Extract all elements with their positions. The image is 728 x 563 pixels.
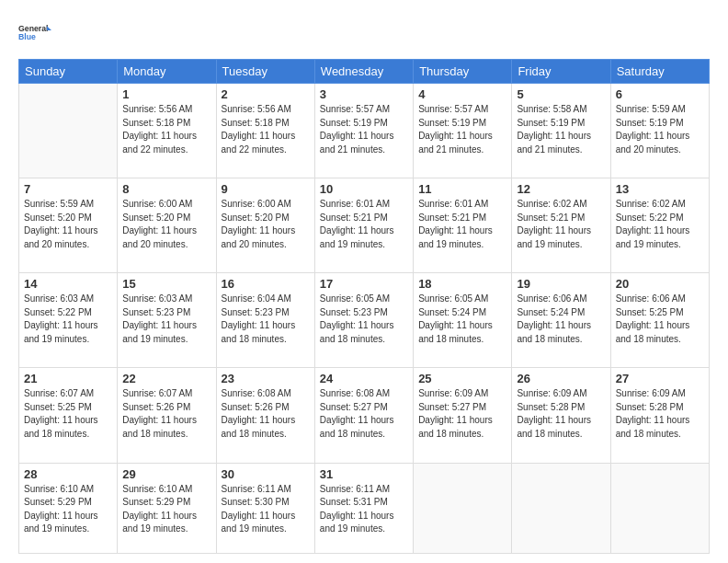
day-number: 13 xyxy=(616,182,704,196)
day-number: 28 xyxy=(24,467,112,481)
day-number: 11 xyxy=(418,182,506,196)
day-info: Sunrise: 6:02 AMSunset: 5:22 PMDaylight:… xyxy=(616,198,704,251)
day-number: 21 xyxy=(24,372,112,385)
day-info: Sunrise: 6:06 AMSunset: 5:24 PMDaylight:… xyxy=(517,293,605,346)
day-info: Sunrise: 6:03 AMSunset: 5:23 PMDaylight:… xyxy=(122,293,210,346)
calendar-cell: 23Sunrise: 6:08 AMSunset: 5:26 PMDayligh… xyxy=(216,368,314,463)
day-number: 18 xyxy=(418,277,506,291)
day-number: 23 xyxy=(222,372,310,385)
day-info: Sunrise: 6:01 AMSunset: 5:21 PMDaylight:… xyxy=(418,198,506,251)
day-info: Sunrise: 6:03 AMSunset: 5:22 PMDaylight:… xyxy=(24,293,112,346)
day-info: Sunrise: 6:08 AMSunset: 5:26 PMDaylight:… xyxy=(222,387,310,441)
calendar-cell: 11Sunrise: 6:01 AMSunset: 5:21 PMDayligh… xyxy=(414,178,512,273)
day-info: Sunrise: 6:04 AMSunset: 5:23 PMDaylight:… xyxy=(222,293,310,346)
day-number: 9 xyxy=(222,182,310,196)
weekday-header-tuesday: Tuesday xyxy=(216,60,314,84)
day-number: 24 xyxy=(320,372,408,385)
day-info: Sunrise: 6:07 AMSunset: 5:25 PMDaylight:… xyxy=(24,387,112,441)
calendar-cell: 2Sunrise: 5:56 AMSunset: 5:18 PMDaylight… xyxy=(216,84,314,178)
day-number: 17 xyxy=(320,277,408,291)
day-number: 12 xyxy=(517,182,605,196)
calendar-cell: 5Sunrise: 5:58 AMSunset: 5:19 PMDaylight… xyxy=(512,84,610,178)
day-number: 19 xyxy=(517,277,605,291)
calendar-cell: 3Sunrise: 5:57 AMSunset: 5:19 PMDaylight… xyxy=(314,84,413,178)
calendar-cell: 27Sunrise: 6:09 AMSunset: 5:28 PMDayligh… xyxy=(610,368,709,463)
calendar-cell: 14Sunrise: 6:03 AMSunset: 5:22 PMDayligh… xyxy=(19,273,118,368)
calendar-cell: 13Sunrise: 6:02 AMSunset: 5:22 PMDayligh… xyxy=(610,178,709,273)
day-number: 8 xyxy=(122,182,210,196)
calendar-cell: 18Sunrise: 6:05 AMSunset: 5:24 PMDayligh… xyxy=(414,273,512,368)
calendar-cell xyxy=(19,84,118,178)
day-info: Sunrise: 6:02 AMSunset: 5:21 PMDaylight:… xyxy=(517,198,605,251)
day-info: Sunrise: 6:08 AMSunset: 5:27 PMDaylight:… xyxy=(320,387,408,441)
calendar-cell: 7Sunrise: 5:59 AMSunset: 5:20 PMDaylight… xyxy=(19,178,118,273)
day-number: 14 xyxy=(24,277,112,291)
logo-svg: General Blue xyxy=(18,17,51,50)
calendar-cell: 26Sunrise: 6:09 AMSunset: 5:28 PMDayligh… xyxy=(512,368,610,463)
day-info: Sunrise: 6:09 AMSunset: 5:27 PMDaylight:… xyxy=(418,387,506,441)
weekday-header-monday: Monday xyxy=(118,60,216,84)
day-info: Sunrise: 5:59 AMSunset: 5:20 PMDaylight:… xyxy=(24,198,112,251)
calendar-cell: 22Sunrise: 6:07 AMSunset: 5:26 PMDayligh… xyxy=(118,368,216,463)
day-number: 4 xyxy=(418,87,506,101)
weekday-header-friday: Friday xyxy=(512,60,610,84)
day-number: 10 xyxy=(320,182,408,196)
day-number: 7 xyxy=(24,182,112,196)
day-number: 26 xyxy=(517,372,605,385)
day-info: Sunrise: 5:57 AMSunset: 5:19 PMDaylight:… xyxy=(418,103,506,156)
calendar-cell: 12Sunrise: 6:02 AMSunset: 5:21 PMDayligh… xyxy=(512,178,610,273)
calendar-cell: 31Sunrise: 6:11 AMSunset: 5:31 PMDayligh… xyxy=(314,463,413,554)
day-info: Sunrise: 6:10 AMSunset: 5:29 PMDaylight:… xyxy=(122,483,210,536)
day-number: 6 xyxy=(616,87,704,101)
calendar-cell: 24Sunrise: 6:08 AMSunset: 5:27 PMDayligh… xyxy=(314,368,413,463)
calendar-cell: 4Sunrise: 5:57 AMSunset: 5:19 PMDaylight… xyxy=(414,84,512,178)
day-info: Sunrise: 6:09 AMSunset: 5:28 PMDaylight:… xyxy=(616,387,704,441)
calendar-cell: 29Sunrise: 6:10 AMSunset: 5:29 PMDayligh… xyxy=(118,463,216,554)
day-number: 25 xyxy=(418,372,506,385)
calendar-cell: 10Sunrise: 6:01 AMSunset: 5:21 PMDayligh… xyxy=(314,178,413,273)
day-info: Sunrise: 5:56 AMSunset: 5:18 PMDaylight:… xyxy=(222,103,310,156)
day-info: Sunrise: 6:07 AMSunset: 5:26 PMDaylight:… xyxy=(122,387,210,441)
day-number: 3 xyxy=(320,87,408,101)
calendar-cell: 1Sunrise: 5:56 AMSunset: 5:18 PMDaylight… xyxy=(118,84,216,178)
day-number: 20 xyxy=(616,277,704,291)
calendar-cell xyxy=(610,463,709,554)
calendar-cell: 15Sunrise: 6:03 AMSunset: 5:23 PMDayligh… xyxy=(118,273,216,368)
day-info: Sunrise: 6:05 AMSunset: 5:23 PMDaylight:… xyxy=(320,293,408,346)
day-number: 31 xyxy=(320,467,408,481)
weekday-header-thursday: Thursday xyxy=(414,60,512,84)
weekday-header-saturday: Saturday xyxy=(610,60,709,84)
calendar-cell xyxy=(414,463,512,554)
logo: General Blue xyxy=(18,17,51,50)
day-info: Sunrise: 6:00 AMSunset: 5:20 PMDaylight:… xyxy=(122,198,210,251)
day-number: 1 xyxy=(122,87,210,101)
day-number: 15 xyxy=(122,277,210,291)
day-info: Sunrise: 6:01 AMSunset: 5:21 PMDaylight:… xyxy=(320,198,408,251)
day-number: 22 xyxy=(122,372,210,385)
calendar-cell: 16Sunrise: 6:04 AMSunset: 5:23 PMDayligh… xyxy=(216,273,314,368)
weekday-header-wednesday: Wednesday xyxy=(314,60,413,84)
calendar-cell: 28Sunrise: 6:10 AMSunset: 5:29 PMDayligh… xyxy=(19,463,118,554)
day-number: 5 xyxy=(517,87,605,101)
day-number: 29 xyxy=(122,467,210,481)
calendar-cell xyxy=(512,463,610,554)
weekday-header-sunday: Sunday xyxy=(19,60,118,84)
calendar-cell: 21Sunrise: 6:07 AMSunset: 5:25 PMDayligh… xyxy=(19,368,118,463)
day-info: Sunrise: 5:58 AMSunset: 5:19 PMDaylight:… xyxy=(517,103,605,156)
day-info: Sunrise: 6:11 AMSunset: 5:30 PMDaylight:… xyxy=(222,483,310,536)
calendar-cell: 25Sunrise: 6:09 AMSunset: 5:27 PMDayligh… xyxy=(414,368,512,463)
day-info: Sunrise: 5:57 AMSunset: 5:19 PMDaylight:… xyxy=(320,103,408,156)
day-info: Sunrise: 6:10 AMSunset: 5:29 PMDaylight:… xyxy=(24,483,112,536)
day-info: Sunrise: 6:06 AMSunset: 5:25 PMDaylight:… xyxy=(616,293,704,346)
calendar-cell: 8Sunrise: 6:00 AMSunset: 5:20 PMDaylight… xyxy=(118,178,216,273)
day-info: Sunrise: 5:56 AMSunset: 5:18 PMDaylight:… xyxy=(122,103,210,156)
calendar-table: SundayMondayTuesdayWednesdayThursdayFrid… xyxy=(18,59,710,554)
day-info: Sunrise: 5:59 AMSunset: 5:19 PMDaylight:… xyxy=(616,103,704,156)
day-number: 16 xyxy=(222,277,310,291)
calendar-cell: 19Sunrise: 6:06 AMSunset: 5:24 PMDayligh… xyxy=(512,273,610,368)
calendar-cell: 20Sunrise: 6:06 AMSunset: 5:25 PMDayligh… xyxy=(610,273,709,368)
calendar-cell: 30Sunrise: 6:11 AMSunset: 5:30 PMDayligh… xyxy=(216,463,314,554)
day-number: 2 xyxy=(222,87,310,101)
svg-text:Blue: Blue xyxy=(18,32,36,41)
day-number: 30 xyxy=(222,467,310,481)
